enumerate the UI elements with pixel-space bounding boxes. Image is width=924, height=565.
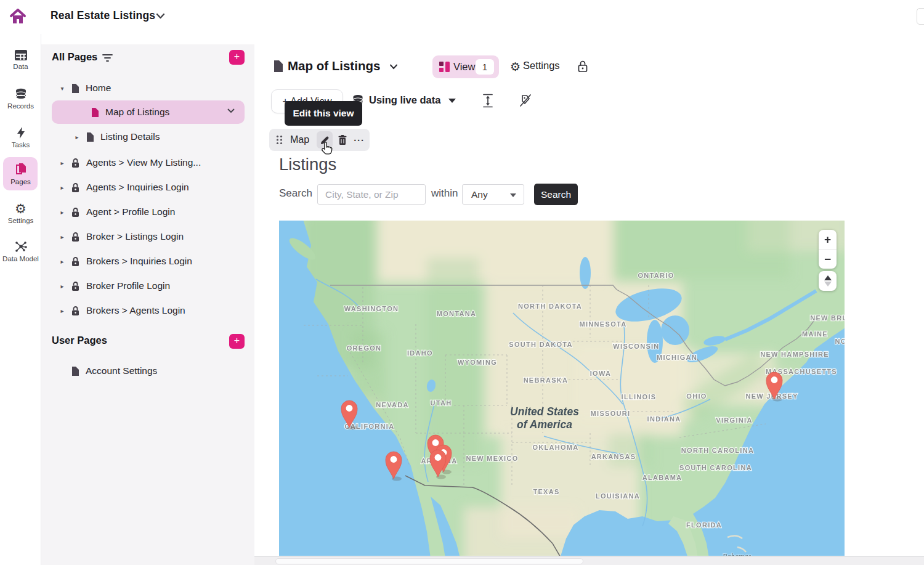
map-state-label: SOUTH DAKOTA	[509, 341, 572, 348]
sidebar-item-agents-view-my-listings[interactable]: ▸ Agents > View My Listing...	[41, 153, 254, 173]
sidebar-item-tasks[interactable]: Tasks	[0, 126, 41, 142]
live-data-caret-icon[interactable]	[448, 99, 456, 103]
chevron-right-icon[interactable]: ▸	[59, 209, 66, 216]
map-state-label: NEW BRU	[810, 314, 845, 322]
sidebar-item-map-of-listings[interactable]: Map of Listings	[52, 100, 245, 124]
sidebar-item-broker-profile-login[interactable]: ▸ Broker Profile Login	[41, 276, 254, 296]
chevron-right-icon[interactable]: ▸	[73, 134, 81, 140]
map-state-label: WISCONSIN	[613, 343, 659, 350]
chevron-down-icon[interactable]	[227, 108, 235, 113]
edit-view-tooltip: Edit this view	[285, 101, 362, 126]
database-icon	[14, 88, 28, 100]
sidebar-item-pages[interactable]: Pages	[0, 162, 41, 179]
style-icon[interactable]	[519, 93, 532, 108]
add-user-page-button[interactable]: +	[229, 334, 245, 349]
views-count-badge: 1	[476, 59, 494, 75]
chevron-right-icon[interactable]: ▸	[59, 184, 66, 191]
map-state-label: MISSOURI	[591, 410, 631, 417]
map-state-label: NEBRASKA	[524, 376, 569, 384]
listings-map[interactable]: ONTARIONEW BRUMAINENONORTH DAKOTAWASHING…	[279, 221, 845, 556]
map-place-label: Bahamas	[723, 552, 752, 556]
sidebar-item-brokers-inquiries-login[interactable]: ▸ Brokers > Inquiries Login	[41, 251, 254, 271]
map-state-label: NO	[835, 338, 845, 345]
chevron-down-icon[interactable]: ▾	[59, 85, 66, 92]
drag-handle-icon[interactable]	[276, 135, 283, 145]
zoom-out-button[interactable]: −	[819, 250, 837, 269]
user-pages-header: User Pages	[52, 335, 107, 346]
radius-select[interactable]: Any	[462, 184, 524, 205]
sidebar-item-home[interactable]: ▾ Home	[41, 78, 254, 98]
views-tab[interactable]: Views 1	[432, 55, 499, 78]
radius-selected-value: Any	[471, 189, 488, 200]
map-state-label: WASHINGTON	[344, 305, 399, 312]
lock-icon	[71, 306, 80, 316]
sidebar-item-settings[interactable]: ⚙ Settings	[0, 202, 41, 216]
search-button[interactable]: Search	[534, 184, 578, 205]
horizontal-scrollbar[interactable]	[254, 556, 924, 565]
filter-icon[interactable]	[102, 53, 113, 62]
sidebar-item-data-model[interactable]: Data Model	[0, 240, 41, 256]
zoom-in-button[interactable]: +	[819, 230, 837, 249]
more-options-button[interactable]: ···	[354, 135, 365, 145]
map-state-label: ILLINOIS	[622, 393, 657, 400]
delete-view-button[interactable]	[338, 134, 347, 145]
edit-view-button[interactable]	[317, 131, 333, 148]
pages-sidebar: All Pages + ▾ Home Map of Listings ▸ Lis…	[41, 44, 254, 565]
sidebar-item-agents-inquiries-login[interactable]: ▸ Agents > Inquiries Login	[41, 177, 254, 197]
page-icon	[273, 60, 283, 73]
map-state-label: WYOMING	[458, 359, 497, 366]
views-icon	[439, 62, 450, 72]
chevron-right-icon[interactable]: ▸	[59, 307, 66, 314]
search-input[interactable]	[317, 184, 426, 205]
tilt-up-icon	[824, 275, 832, 280]
nav-rail: Data Records Tasks Pages ⚙ Settings Data…	[0, 34, 41, 565]
within-label: within	[431, 187, 458, 200]
live-data-label[interactable]: Using live data	[369, 94, 440, 106]
page-title-chevron-icon[interactable]	[389, 64, 398, 70]
sidebar-item-account-settings[interactable]: Account Settings	[41, 361, 254, 381]
map-country-label: United States	[510, 405, 579, 418]
home-icon[interactable]	[9, 7, 27, 26]
sidebar-item-brokers-agents-login[interactable]: ▸ Brokers > Agents Login	[41, 301, 254, 320]
chevron-right-icon[interactable]: ▸	[59, 258, 66, 265]
map-tilt-control[interactable]	[819, 271, 837, 291]
table-icon	[14, 49, 28, 61]
sidebar-item-broker-listings-login[interactable]: ▸ Broker > Listings Login	[41, 227, 254, 246]
map-state-label: SOUTH CAROLINA	[679, 464, 752, 471]
map-state-label: IOWA	[590, 370, 612, 377]
map-state-label: OREGON	[347, 344, 382, 352]
map-state-label: OKLAHOMA	[532, 444, 578, 451]
map-state-label: MICHIGAN	[657, 354, 697, 361]
map-state-label: IDAHO	[407, 349, 433, 357]
map-state-label: ARKANSAS	[591, 453, 636, 460]
map-state-label: NEW MEXICO	[466, 455, 518, 462]
map-state-label: NORTH CAROLINA	[681, 447, 754, 454]
unlock-icon[interactable]	[577, 60, 588, 73]
chevron-right-icon[interactable]: ▸	[59, 234, 66, 240]
app-title-chevron-icon[interactable]	[156, 13, 165, 19]
page-icon	[86, 132, 94, 142]
sidebar-item-data[interactable]: Data	[0, 49, 41, 63]
lock-icon	[71, 182, 80, 193]
page-settings-button[interactable]: Settings	[523, 60, 560, 71]
chevron-right-icon[interactable]: ▸	[59, 283, 66, 290]
fit-height-icon[interactable]	[482, 93, 494, 108]
chevron-right-icon[interactable]: ▸	[59, 160, 66, 166]
gear-icon[interactable]: ⚙	[510, 60, 521, 74]
sidebar-item-listing-details[interactable]: ▸ Listing Details	[41, 127, 254, 147]
page-icon	[91, 107, 99, 118]
add-page-button[interactable]: +	[229, 50, 245, 65]
select-caret-icon	[510, 193, 516, 197]
map-state-label: FLORIDA	[686, 521, 722, 529]
map-state-label: VIRGINIA	[716, 417, 752, 424]
map-state-label: OHIO	[686, 392, 707, 400]
page-icon	[71, 366, 79, 376]
lightning-icon	[15, 126, 26, 139]
sidebar-item-agent-profile-login[interactable]: ▸ Agent > Profile Login	[41, 202, 254, 222]
scrollbar-thumb[interactable]	[275, 558, 583, 564]
map-state-label: TEXAS	[533, 488, 559, 495]
sidebar-item-records[interactable]: Records	[0, 88, 41, 103]
pencil-icon	[320, 135, 330, 145]
view-type-label: Map	[290, 134, 309, 145]
map-state-label: MONTANA	[437, 310, 477, 317]
